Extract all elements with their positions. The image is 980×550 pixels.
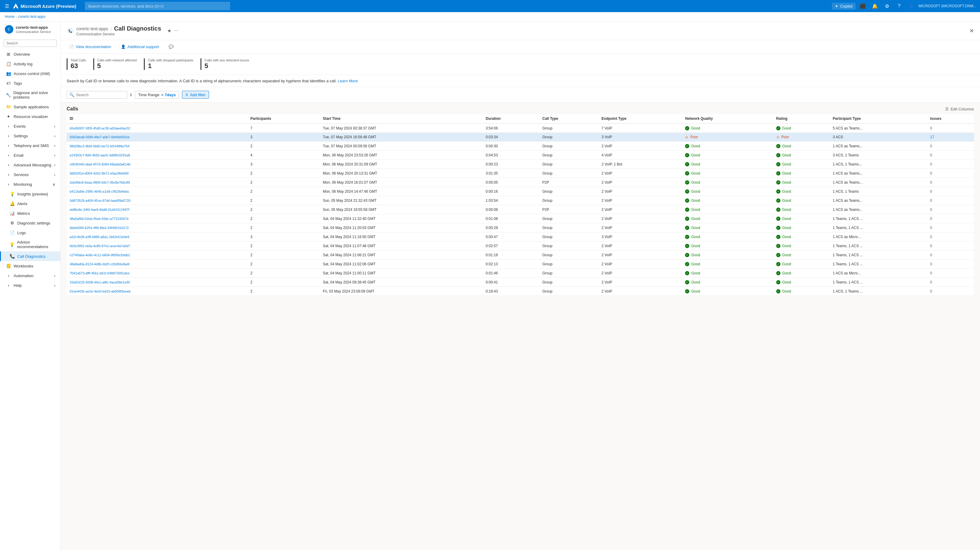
cell-id[interactable]: 5d873529-a409-45ce-87d4-baa0f9a5720 xyxy=(67,196,247,205)
sidebar-item-sample-apps[interactable]: 📁Sample applications xyxy=(0,102,60,112)
additional-support-button[interactable]: 👤 Additional support xyxy=(118,43,161,50)
sidebar-item-settings[interactable]: ›Settings› xyxy=(0,131,60,141)
sidebar-item-automation[interactable]: ›Automation› xyxy=(0,271,60,281)
id-link[interactable]: 01ee442b-ae2e-4ee0-bd10-ab008f3eeeb xyxy=(70,290,130,293)
id-link[interactable]: ebffbc8c-34f4-4ae8-8dd8-01d41511997f xyxy=(70,208,129,211)
id-link[interactable]: 48a5af9d-01bd-45eb-93dc-a77219267e xyxy=(70,217,129,220)
id-link[interactable]: e24363c7-fbbf-4693-aac6-3d6f9c0291a8 xyxy=(70,154,130,157)
table-row[interactable]: c0635440-afad-4570-8284-68ada0a614b 3 Mo… xyxy=(67,160,974,169)
sidebar-item-call-diagnostics[interactable]: 📞Call Diagnostics xyxy=(0,251,60,261)
cell-issues[interactable]: 17 xyxy=(927,133,974,141)
id-link[interactable]: 98d28bc3-9bbf-4b60-be72-bf14488a764 xyxy=(70,144,130,148)
sidebar-item-services[interactable]: ›Services› xyxy=(0,170,60,179)
id-link[interactable]: 9d503f1d-d004-42b2-8b71-e0ac9fe660f xyxy=(70,171,129,175)
cell-id[interactable]: ebffbc8c-34f4-4ae8-8dd8-01d41511997f xyxy=(67,205,247,214)
sidebar-item-help[interactable]: ›Help› xyxy=(0,281,60,290)
cell-id[interactable]: 5063dea8-5099-48e7-a6b7-0d44b055cb xyxy=(67,133,247,141)
sidebar-item-resource-visualizer[interactable]: ✦Resource visualizer xyxy=(0,112,60,121)
cell-id[interactable]: 2eb3fdc8-5eaa-4806-b9c7-05c8e7b6c89 xyxy=(67,178,247,187)
table-row[interactable]: 9dde606f-6254-4f6f-8fa3-34f49531d172 2 S… xyxy=(67,223,974,232)
sidebar-item-advisor-recommendations[interactable]: 💡Advisor recommendations xyxy=(0,238,60,251)
learn-more-link[interactable]: Learn More xyxy=(338,79,358,83)
table-row[interactable]: ebffbc8c-34f4-4ae8-8dd8-01d41511997f 2 S… xyxy=(67,205,974,214)
table-row[interactable]: 0e5e3991-fa3a-4c80-87e1-acec4a7a9d7 2 Sa… xyxy=(67,241,974,250)
close-button[interactable]: ✕ xyxy=(969,27,974,34)
table-row[interactable]: c2749aba-4e8e-4c11-b604-9f056c5ebb1 2 Sa… xyxy=(67,250,974,260)
sidebar-item-logs[interactable]: 📄Logs xyxy=(0,228,60,238)
table-row[interactable]: 2eb3fdc8-5eaa-4806-b9c7-05c8e7b6c89 2 Mo… xyxy=(67,178,974,187)
cell-id[interactable]: b4116d9e-2995-4640-a1d9-c9529d4ebc xyxy=(67,187,247,196)
info-icon[interactable]: ℹ xyxy=(130,93,132,97)
sidebar-item-access-control[interactable]: 👥Access control (IAM) xyxy=(0,69,60,78)
time-range-button[interactable]: Time Range < 7days xyxy=(135,91,179,98)
sidebar-item-advanced-messaging[interactable]: ›Advanced Messaging› xyxy=(0,160,60,170)
id-link[interactable]: b5e96007-5f05-45d0-ac36-a63aee6ac02 xyxy=(70,127,130,130)
view-docs-button[interactable]: 📄 View documentation xyxy=(67,43,114,50)
table-row[interactable]: 5d873529-a409-45ce-87d4-baa0f9a5720 2 Su… xyxy=(67,196,974,205)
cell-id[interactable]: 9d503f1d-d004-42b2-8b71-e0ac9fe660f xyxy=(67,169,247,178)
table-row[interactable]: a32c4b38-a3ff-4886-a8a1-2b63c61b4e9 3 Sa… xyxy=(67,232,974,241)
cell-id[interactable]: 98d28bc3-9bbf-4b60-be72-bf14488a764 xyxy=(67,141,247,151)
cell-id[interactable]: 0e5e3991-fa3a-4c80-87e1-acec4a7a9d7 xyxy=(67,241,247,250)
table-row[interactable]: 7041a673-dfff-45b1-b61f-048873091dee 2 S… xyxy=(67,269,974,278)
sidebar-item-activity-log[interactable]: 📋Activity log xyxy=(0,59,60,69)
hamburger-menu[interactable]: ☰ xyxy=(4,2,10,10)
table-row[interactable]: 48a8ad0a-8124-4d8b-9d2f-c20d56e8a4t 2 Sa… xyxy=(67,260,974,269)
table-row[interactable]: 98d28bc3-9bbf-4b60-be72-bf14488a764 2 Tu… xyxy=(67,141,974,151)
notifications-icon[interactable]: 🔔 xyxy=(870,1,880,11)
breadcrumb-home[interactable]: Home xyxy=(5,14,14,19)
cell-id[interactable]: a32c4b38-a3ff-4886-a8a1-2b63c61b4e9 xyxy=(67,232,247,241)
cell-id[interactable]: 01ee442b-ae2e-4ee0-bd10-ab008f3eeeb xyxy=(67,287,247,296)
global-search-input[interactable] xyxy=(85,2,230,10)
cell-id[interactable]: b5e96007-5f05-45d0-ac36-a63aee6ac02 xyxy=(67,124,247,133)
help-icon[interactable]: ? xyxy=(894,1,904,11)
copilot-button[interactable]: ✦ Copilot xyxy=(832,3,855,10)
cell-id[interactable]: c0635440-afad-4570-8284-68ada0a614b xyxy=(67,160,247,169)
edit-columns-button[interactable]: ☰ Edit Columns xyxy=(945,107,974,111)
cell-id[interactable]: c2749aba-4e8e-4c11-b604-9f056c5ebb1 xyxy=(67,250,247,260)
id-link[interactable]: 2eb3fdc8-5eaa-4806-b9c7-05c8e7b6c89 xyxy=(70,181,130,184)
sidebar-item-telephony-sms[interactable]: ›Telephony and SMS› xyxy=(0,141,60,151)
id-link[interactable]: 15a93225-5008-44cc-a8fc-4aca58e1e30 xyxy=(70,281,130,284)
cell-id[interactable]: 7041a673-dfff-45b1-b61f-048873091dee xyxy=(67,269,247,278)
more-options-button[interactable]: ··· xyxy=(174,28,178,33)
sidebar-item-tags[interactable]: 🏷Tags xyxy=(0,78,60,88)
sidebar-item-events[interactable]: ›Events› xyxy=(0,121,60,131)
sidebar-search-input[interactable] xyxy=(4,40,57,47)
table-row[interactable]: 5063dea8-5099-48e7-a6b7-0d44b055cb 3 Tue… xyxy=(67,133,974,141)
cell-id[interactable]: e24363c7-fbbf-4693-aac6-3d6f9c0291a8 xyxy=(67,151,247,160)
sidebar-item-alerts[interactable]: 🔔Alerts xyxy=(0,199,60,208)
id-link[interactable]: 7041a673-dfff-45b1-b61f-048873091dee xyxy=(70,271,130,275)
table-row[interactable]: b5e96007-5f05-45d0-ac36-a63aee6ac02 7 Tu… xyxy=(67,124,974,133)
sidebar-item-overview[interactable]: ⊞Overview xyxy=(0,49,60,59)
id-link[interactable]: 0e5e3991-fa3a-4c80-87e1-acec4a7a9d7 xyxy=(70,244,130,248)
calls-search-input[interactable] xyxy=(76,93,124,97)
cell-id[interactable]: 15a93225-5008-44cc-a8fc-4aca58e1e30 xyxy=(67,278,247,287)
issues-value[interactable]: 17 xyxy=(930,135,934,139)
settings-icon[interactable]: ⚙ xyxy=(882,1,892,11)
feedback-button[interactable]: 💬 xyxy=(166,43,176,50)
sidebar-item-insights[interactable]: 💡Insights (preview) xyxy=(0,189,60,199)
cell-id[interactable]: 9dde606f-6254-4f6f-8fa3-34f49531d172 xyxy=(67,223,247,232)
table-row[interactable]: b4116d9e-2995-4640-a1d9-c9529d4ebc 2 Mon… xyxy=(67,187,974,196)
id-link[interactable]: 5d873529-a409-45ce-87d4-baa0f9a5720 xyxy=(70,199,130,202)
id-link[interactable]: a32c4b38-a3ff-4886-a8a1-2b63c61b4e9 xyxy=(70,235,129,239)
id-link[interactable]: b4116d9e-2995-4640-a1d9-c9529d4ebc xyxy=(70,190,129,193)
sidebar-item-metrics[interactable]: 📊Metrics xyxy=(0,208,60,218)
sidebar-item-workbooks[interactable]: 📒Workbooks xyxy=(0,261,60,271)
favorite-button[interactable]: ★ xyxy=(167,28,172,33)
sidebar-item-monitoring[interactable]: ›Monitoring∨ xyxy=(0,179,60,189)
cell-id[interactable]: 48a8ad0a-8124-4d8b-9d2f-c20d56e8a4t xyxy=(67,260,247,269)
breadcrumb-resource[interactable]: corertc-test-apps xyxy=(18,14,45,19)
table-row[interactable]: 15a93225-5008-44cc-a8fc-4aca58e1e30 2 Sa… xyxy=(67,278,974,287)
sidebar-item-diagnostic-settings[interactable]: ⚙Diagnostic settings xyxy=(0,218,60,228)
id-link[interactable]: c2749aba-4e8e-4c11-b604-9f056c5ebb1 xyxy=(70,253,130,257)
sidebar-item-email[interactable]: ›Email› xyxy=(0,151,60,160)
id-link[interactable]: 9dde606f-6254-4f6f-8fa3-34f49531d172 xyxy=(70,226,129,230)
id-link[interactable]: 48a8ad0a-8124-4d8b-9d2f-c20d56e8a4t xyxy=(70,262,130,266)
sidebar-item-diagnose[interactable]: 🔧Diagnose and solve problems xyxy=(0,88,60,102)
table-row[interactable]: e24363c7-fbbf-4693-aac6-3d6f9c0291a8 4 M… xyxy=(67,151,974,160)
add-filter-button[interactable]: ⧖ Add filter xyxy=(182,91,208,98)
user-icon[interactable]: 👤 xyxy=(907,1,916,11)
cell-id[interactable]: 48a5af9d-01bd-45eb-93dc-a77219267e xyxy=(67,214,247,223)
